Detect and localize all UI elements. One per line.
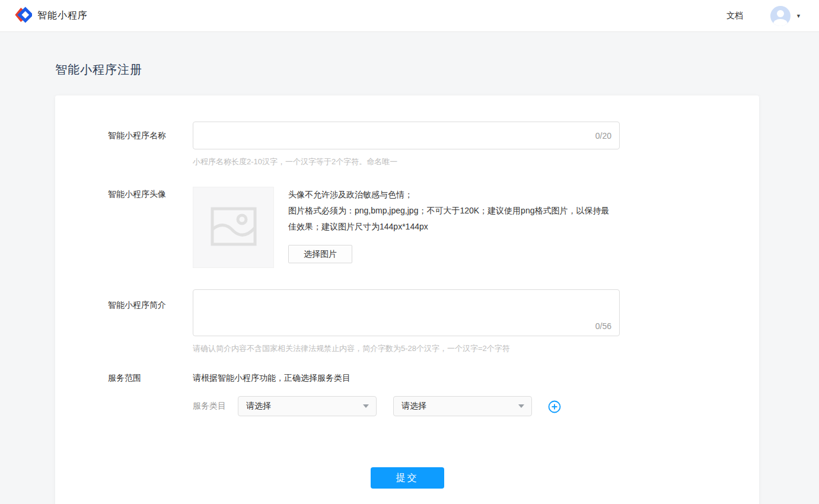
name-input[interactable] xyxy=(193,122,620,149)
name-row: 智能小程序名称 0/20 小程序名称长度2-10汉字，一个汉字等于2个字符。命名… xyxy=(55,122,759,167)
page-title: 智能小程序注册 xyxy=(55,62,819,78)
docs-link[interactable]: 文档 xyxy=(726,11,743,21)
registration-form-card: 智能小程序名称 0/20 小程序名称长度2-10汉字，一个汉字等于2个字符。命名… xyxy=(55,95,759,504)
plus-circle-icon xyxy=(548,400,561,413)
intro-char-counter: 0/56 xyxy=(595,321,611,331)
brand-name: 智能小程序 xyxy=(37,9,88,22)
category-select-level1-value: 请选择 xyxy=(246,401,271,412)
brand: 智能小程序 xyxy=(14,6,88,26)
select-caret-down-icon xyxy=(363,404,369,408)
category-select-level2[interactable]: 请选择 xyxy=(393,396,532,416)
choose-image-button[interactable]: 选择图片 xyxy=(288,245,352,263)
name-char-counter: 0/20 xyxy=(595,131,611,141)
intro-textarea[interactable] xyxy=(193,289,620,336)
select-caret-down-icon xyxy=(518,404,524,408)
intro-hint: 请确认简介内容不含国家相关法律法规禁止内容，简介字数为5-28个汉字，一个汉字=… xyxy=(193,343,620,354)
image-placeholder-icon xyxy=(211,207,257,248)
user-avatar[interactable] xyxy=(770,6,791,26)
category-select-level2-value: 请选择 xyxy=(401,401,426,412)
name-label: 智能小程序名称 xyxy=(108,122,193,167)
avatar-row: 智能小程序头像 头像不允许涉及政治敏感与色情； 图片格式必须为：png,bmp,… xyxy=(55,187,759,268)
submit-button[interactable]: 提交 xyxy=(371,467,444,489)
avatar-rule-2: 图片格式必须为：png,bmp,jpeg,jpg；不可大于120K；建议使用pn… xyxy=(288,203,616,235)
name-hint: 小程序名称长度2-10汉字，一个汉字等于2个字符。命名唯一 xyxy=(193,157,620,167)
account-menu[interactable]: ▼ xyxy=(770,6,801,26)
scope-label: 服务范围 xyxy=(108,373,193,416)
top-header: 智能小程序 文档 ▼ xyxy=(0,0,819,32)
scope-row: 服务范围 请根据智能小程序功能，正确选择服务类目 服务类目 请选择 请选择 xyxy=(55,373,759,416)
account-caret-down-icon[interactable]: ▼ xyxy=(796,13,801,19)
category-select-level1[interactable]: 请选择 xyxy=(238,396,377,416)
avatar-label: 智能小程序头像 xyxy=(108,187,193,268)
submit-row: 提交 xyxy=(55,467,759,489)
avatar-person-icon xyxy=(777,10,784,17)
avatar-rule-1: 头像不允许涉及政治敏感与色情； xyxy=(288,187,616,203)
intro-label: 智能小程序简介 xyxy=(108,289,193,354)
add-category-button[interactable] xyxy=(548,400,561,416)
smart-program-logo-icon xyxy=(14,6,32,26)
scope-instruction: 请根据智能小程序功能，正确选择服务类目 xyxy=(193,373,561,384)
category-label: 服务类目 xyxy=(193,396,226,412)
intro-row: 智能小程序简介 0/56 请确认简介内容不含国家相关法律法规禁止内容，简介字数为… xyxy=(55,289,759,354)
avatar-upload-preview[interactable] xyxy=(193,187,274,268)
